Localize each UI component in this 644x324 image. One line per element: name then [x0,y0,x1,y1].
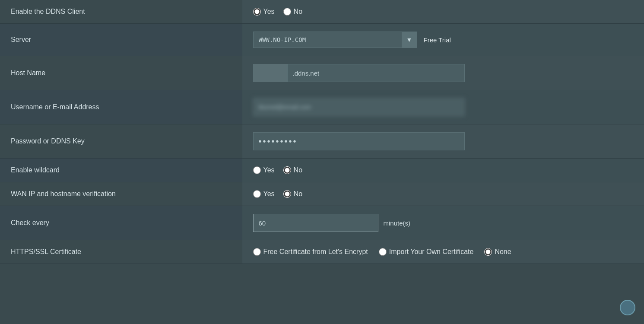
scroll-indicator [620,300,635,315]
value-host-name: .ddns.net [242,56,644,90]
radio-none-cert[interactable]: None [484,248,511,256]
free-trial-link[interactable]: Free Trial [424,36,451,44]
radio-input-none-cert[interactable] [484,248,492,256]
label-username: Username or E-mail Address [0,90,242,124]
row-password: Password or DDNS Key [0,124,644,159]
ssl-radio-group: Free Certificate from Let's Encrypt Impo… [253,248,634,256]
host-suffix-text: .ddns.net [288,64,465,82]
row-check-every: Check every minute(s) [0,206,644,240]
row-wan-verification: WAN IP and hostname verification Yes No [0,182,644,206]
radio-yes-wildcard[interactable]: Yes [253,166,275,174]
radio-group-wildcard: Yes No [253,166,634,174]
radio-no-wan[interactable]: No [283,190,302,198]
radio-input-no-enable-ddns[interactable] [283,8,291,16]
radio-input-lets-encrypt[interactable] [253,248,261,256]
row-host-name: Host Name .ddns.net [0,56,644,90]
radio-no-enable-ddns[interactable]: No [283,8,302,16]
row-https-ssl: HTTPS/SSL Certificate Free Certificate f… [0,240,644,264]
radio-group-wan: Yes No [253,190,634,198]
radio-group-enable-ddns: Yes No [253,8,634,16]
ddns-settings-table: Enable the DDNS Client Yes No Server [0,0,644,264]
check-every-input[interactable] [253,214,378,232]
radio-lets-encrypt[interactable]: Free Certificate from Let's Encrypt [253,248,368,256]
radio-input-yes-enable-ddns[interactable] [253,8,261,16]
row-server: Server WWW.NO-IP.COMDynDNSOther ▼ Free T… [0,24,644,56]
radio-input-no-wildcard[interactable] [283,166,291,174]
value-check-every: minute(s) [242,206,644,240]
label-wan-verification: WAN IP and hostname verification [0,182,242,206]
label-host-name: Host Name [0,56,242,90]
server-select-wrap: WWW.NO-IP.COMDynDNSOther ▼ Free Trial [253,32,634,48]
row-enable-ddns: Enable the DDNS Client Yes No [0,0,644,24]
radio-own-cert[interactable]: Import Your Own Certificate [379,248,474,256]
value-enable-ddns: Yes No [242,0,644,24]
value-enable-wildcard: Yes No [242,159,644,182]
radio-input-own-cert[interactable] [379,248,387,256]
radio-no-wildcard[interactable]: No [283,166,302,174]
password-input[interactable] [253,132,465,150]
username-input[interactable] [253,98,465,116]
radio-input-yes-wildcard[interactable] [253,166,261,174]
radio-yes-wan[interactable]: Yes [253,190,275,198]
value-password [242,124,644,159]
minutes-label: minute(s) [384,219,411,227]
row-enable-wildcard: Enable wildcard Yes No [0,159,644,182]
value-https-ssl: Free Certificate from Let's Encrypt Impo… [242,240,644,264]
label-password: Password or DDNS Key [0,124,242,159]
label-enable-wildcard: Enable wildcard [0,159,242,182]
label-server: Server [0,24,242,56]
label-enable-ddns: Enable the DDNS Client [0,0,242,24]
check-every-wrap: minute(s) [253,214,634,232]
server-select-wrapper: WWW.NO-IP.COMDynDNSOther ▼ [253,32,417,48]
server-select[interactable]: WWW.NO-IP.COMDynDNSOther [253,32,417,48]
value-server: WWW.NO-IP.COMDynDNSOther ▼ Free Trial [242,24,644,56]
radio-input-no-wan[interactable] [283,190,291,198]
row-username: Username or E-mail Address [0,90,644,124]
host-prefix-input[interactable] [253,64,288,82]
host-name-wrap: .ddns.net [253,64,634,82]
radio-input-yes-wan[interactable] [253,190,261,198]
value-wan-verification: Yes No [242,182,644,206]
value-username [242,90,644,124]
radio-yes-enable-ddns[interactable]: Yes [253,8,275,16]
label-check-every: Check every [0,206,242,240]
label-https-ssl: HTTPS/SSL Certificate [0,240,242,264]
